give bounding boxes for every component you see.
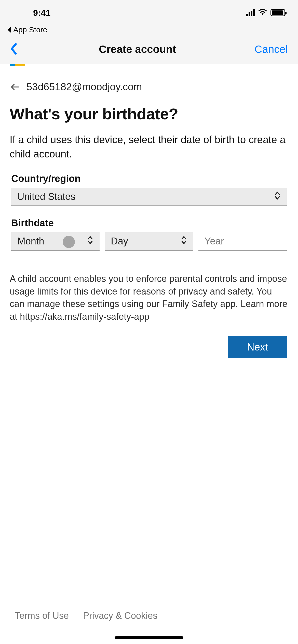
cellular-signal-icon (246, 9, 255, 16)
back-caret-icon (7, 27, 12, 33)
chevron-up-down-icon (274, 191, 281, 202)
battery-icon (270, 9, 285, 16)
chevron-left-icon (10, 43, 17, 55)
status-time: 9:41 (33, 8, 50, 18)
next-button[interactable]: Next (228, 336, 287, 358)
account-email: 53d65182@moodjoy.com (26, 81, 142, 93)
month-select[interactable]: Month (11, 232, 100, 251)
country-field-group: Country/region United States (11, 173, 287, 206)
status-icons (246, 8, 285, 18)
back-button[interactable] (10, 43, 20, 56)
chevron-up-down-icon (181, 236, 187, 247)
arrow-left-icon (10, 82, 20, 92)
country-label: Country/region (11, 173, 287, 184)
progress-indicator (0, 64, 298, 66)
year-input[interactable]: Year (198, 232, 287, 251)
birthdate-label: Birthdate (11, 218, 287, 229)
touch-indicator (63, 236, 75, 248)
birthdate-field-group: Birthdate Month Day Year (11, 218, 287, 251)
instruction-text: If a child uses this device, select thei… (10, 133, 288, 161)
status-bar: 9:41 (0, 0, 298, 25)
footer-links: Terms of Use Privacy & Cookies (10, 610, 288, 636)
info-text: A child account enables you to enforce p… (10, 272, 288, 323)
privacy-link[interactable]: Privacy & Cookies (83, 610, 157, 621)
return-to-app[interactable]: App Store (0, 25, 298, 38)
country-value: United States (17, 191, 75, 202)
chevron-up-down-icon (87, 236, 93, 247)
wifi-icon (258, 8, 267, 18)
return-app-label: App Store (13, 25, 47, 34)
day-select[interactable]: Day (105, 232, 193, 251)
year-placeholder: Year (205, 236, 224, 247)
page-title: Create account (99, 43, 176, 55)
cancel-button[interactable]: Cancel (254, 43, 288, 55)
country-select[interactable]: United States (11, 188, 287, 206)
month-placeholder: Month (17, 236, 44, 247)
home-indicator[interactable] (115, 636, 183, 639)
email-back-row[interactable]: 53d65182@moodjoy.com (10, 81, 288, 93)
content: 53d65182@moodjoy.com What's your birthda… (0, 66, 298, 636)
terms-link[interactable]: Terms of Use (15, 610, 69, 621)
day-placeholder: Day (111, 236, 128, 247)
nav-bar: Create account Cancel (0, 38, 298, 64)
page-heading: What's your birthdate? (10, 105, 288, 123)
